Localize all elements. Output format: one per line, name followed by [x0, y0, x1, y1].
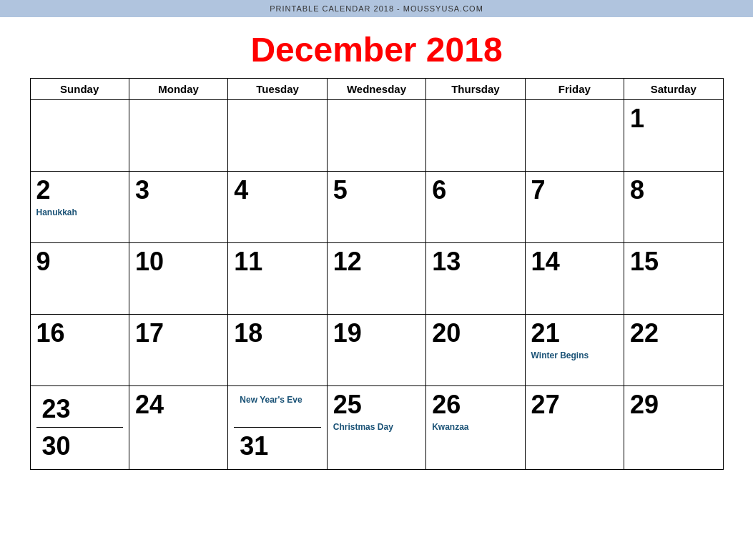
friday-last: 27 — [525, 386, 624, 470]
thursday-last: 26 Kwanzaa — [426, 386, 525, 470]
holiday-label: Winter Begins — [531, 350, 618, 360]
sunday-last: 23 30 — [30, 386, 129, 470]
table-row: 16 — [30, 315, 129, 386]
week-row-last: 23 30 24 New Year's Eve 31 25 Christmas … — [30, 386, 723, 470]
calendar-table: Sunday Monday Tuesday Wednesday Thursday… — [30, 78, 724, 470]
table-row: 5 — [327, 172, 425, 243]
table-row: 3 — [129, 172, 227, 243]
table-row: 20 — [426, 315, 525, 386]
table-row: 2Hanukkah — [30, 172, 129, 243]
table-row — [426, 100, 525, 172]
table-row: 21Winter Begins — [525, 315, 624, 386]
day-number: 5 — [333, 176, 420, 205]
day-23: 23 — [42, 395, 117, 423]
day-number: 19 — [333, 319, 420, 348]
week-row-4: 161718192021Winter Begins22 — [30, 315, 723, 386]
table-row: 10 — [129, 243, 227, 315]
table-row: 19 — [327, 315, 425, 386]
monday-last: 24 — [129, 386, 227, 470]
table-row: 17 — [129, 315, 227, 386]
day-number: 3 — [135, 176, 222, 205]
day-number: 18 — [234, 319, 320, 348]
day-number: 12 — [333, 247, 420, 276]
week-row-1: 1 — [30, 100, 723, 172]
day-number: 20 — [432, 319, 518, 348]
kwanzaa-label: Kwanzaa — [432, 422, 518, 432]
holiday-label: Hanukkah — [36, 207, 123, 217]
day-number: 10 — [135, 247, 222, 276]
day-number: 7 — [531, 176, 618, 205]
month-title: December 2018 — [30, 30, 724, 69]
table-row — [129, 100, 227, 172]
wednesday-last: 25 Christmas Day — [327, 386, 425, 470]
table-row: 13 — [426, 243, 525, 315]
table-row: 12 — [327, 243, 425, 315]
table-row — [525, 100, 624, 172]
banner-text: PRINTABLE CALENDAR 2018 - MOUSSYUSA.COM — [270, 4, 483, 13]
table-row — [30, 100, 129, 172]
table-row: 7 — [525, 172, 624, 243]
top-banner: PRINTABLE CALENDAR 2018 - MOUSSYUSA.COM — [0, 0, 753, 17]
day-number: 11 — [234, 247, 320, 276]
day-25: 25 — [333, 390, 420, 419]
day-30: 30 — [42, 432, 117, 461]
col-tuesday: Tuesday — [228, 79, 327, 100]
day-29: 29 — [630, 390, 717, 419]
week-row-3: 9101112131415 — [30, 243, 723, 315]
day-number: 6 — [432, 176, 518, 205]
day-number: 21 — [531, 319, 618, 348]
day-24: 24 — [135, 390, 222, 419]
day-number: 1 — [630, 104, 717, 133]
col-saturday: Saturday — [624, 79, 723, 100]
table-row: 4 — [228, 172, 327, 243]
table-row: 15 — [624, 243, 723, 315]
christmas-day-label: Christmas Day — [333, 422, 420, 432]
table-row — [228, 100, 327, 172]
day-number: 15 — [630, 247, 717, 276]
week-row-2: 2Hanukkah345678 — [30, 172, 723, 243]
table-row: 6 — [426, 172, 525, 243]
new-years-eve-label: New Year's Eve — [240, 395, 315, 406]
day-31: 31 — [240, 432, 315, 461]
table-row: 1 — [624, 100, 723, 172]
col-sunday: Sunday — [30, 79, 129, 100]
day-number: 16 — [36, 319, 123, 348]
day-number: 13 — [432, 247, 518, 276]
table-row: 8 — [624, 172, 723, 243]
col-monday: Monday — [129, 79, 227, 100]
table-row: 9 — [30, 243, 129, 315]
col-thursday: Thursday — [426, 79, 525, 100]
tuesday-last: New Year's Eve 31 — [228, 386, 327, 470]
saturday-last: 29 — [624, 386, 723, 470]
header-row: Sunday Monday Tuesday Wednesday Thursday… — [30, 79, 723, 100]
day-number: 4 — [234, 176, 320, 205]
day-number: 2 — [36, 176, 123, 205]
table-row: 11 — [228, 243, 327, 315]
col-friday: Friday — [525, 79, 624, 100]
day-number: 17 — [135, 319, 222, 348]
table-row: 22 — [624, 315, 723, 386]
day-26: 26 — [432, 390, 518, 419]
table-row — [327, 100, 425, 172]
table-row: 18 — [228, 315, 327, 386]
table-row: 14 — [525, 243, 624, 315]
day-number: 8 — [630, 176, 717, 205]
calendar-container: December 2018 Sunday Monday Tuesday Wedn… — [30, 30, 724, 470]
day-number: 22 — [630, 319, 717, 348]
day-number: 9 — [36, 247, 123, 276]
day-27: 27 — [531, 390, 618, 419]
day-number: 14 — [531, 247, 618, 276]
col-wednesday: Wednesday — [327, 79, 425, 100]
